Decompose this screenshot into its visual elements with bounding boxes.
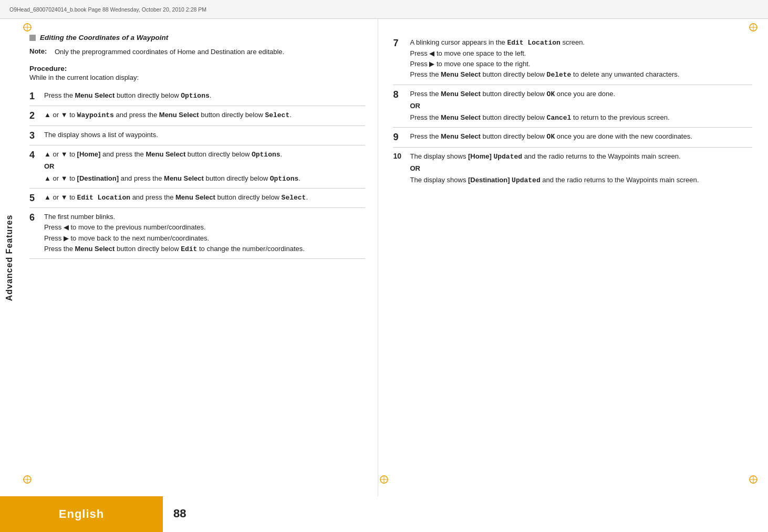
right-step-number-9: 9 [393,131,410,143]
step-text-1: Press the Menu Select button directly be… [44,90,365,101]
right-step-number-7: 7 [393,37,410,49]
note-block: Note: Only the preprogrammed coordinates… [29,47,365,57]
language-bar: English [0,496,163,532]
step-text-6: The first number blinks.Press ◀ to move … [44,212,365,255]
right-step-text-10: The display shows [Home] Updated and the… [410,151,752,186]
step-item-6: 6 The first number blinks.Press ◀ to mov… [29,208,365,258]
step-item-5: 5 ▲ or ▼ to Edit Location and press the … [29,189,365,208]
language-label: English [59,507,104,521]
step-item-1: 1 Press the Menu Select button directly … [29,87,365,107]
step-text-4: ▲ or ▼ to [Home] and press the Menu Sele… [44,149,365,184]
section-title-text: Editing the Coordinates of a Waypoint [40,34,168,41]
right-step-text-7: A blinking cursor appears in the Edit Lo… [410,37,752,81]
right-step-item-9: 9 Press the Menu Select button directly … [393,128,752,148]
note-text: Only the preprogrammed coordinates of Ho… [55,47,284,57]
right-step-text-9: Press the Menu Select button directly be… [410,131,752,142]
step-item-4: 4 ▲ or ▼ to [Home] and press the Menu Se… [29,145,365,188]
step-item-3: 3 The display shows a list of waypoints. [29,126,365,146]
step-number-5: 5 [29,192,44,204]
step-number-2: 2 [29,110,44,122]
step-text-2: ▲ or ▼ to Waypoints and press the Menu S… [44,110,365,121]
main-content: Editing the Coordinates of a Waypoint No… [19,19,768,496]
right-step-list: 7 A blinking cursor appears in the Edit … [393,34,752,190]
right-step-item-8: 8 Press the Menu Select button directly … [393,85,752,128]
right-step-number-8: 8 [393,89,410,101]
right-column: 7 A blinking cursor appears in the Edit … [378,19,768,496]
sidebar-label: Advanced Features [0,19,19,496]
left-column: Editing the Coordinates of a Waypoint No… [19,19,378,496]
right-step-number-10: 10 [393,151,410,161]
left-step-list: 1 Press the Menu Select button directly … [29,87,365,258]
section-title: Editing the Coordinates of a Waypoint [29,34,365,41]
page-number: 88 [173,507,186,520]
step-item-2: 2 ▲ or ▼ to Waypoints and press the Menu… [29,106,365,126]
step-text-5: ▲ or ▼ to Edit Location and press the Me… [44,192,365,203]
note-label: Note: [29,47,55,57]
section-icon [29,35,36,41]
sidebar-label-text: Advanced Features [5,214,14,301]
doc-info: O9Head_68007024014_b.book Page 88 Wednes… [9,6,206,13]
header-bar: O9Head_68007024014_b.book Page 88 Wednes… [0,0,768,19]
right-step-item-10: 10 The display shows [Home] Updated and … [393,148,752,190]
step-number-3: 3 [29,130,44,142]
procedure-heading: Procedure: [29,65,365,72]
right-step-item-7: 7 A blinking cursor appears in the Edit … [393,34,752,85]
step-number-6: 6 [29,212,44,224]
right-step-text-8: Press the Menu Select button directly be… [410,89,752,123]
step-number-4: 4 [29,149,44,161]
step-number-1: 1 [29,90,44,102]
step-text-3: The display shows a list of waypoints. [44,130,365,140]
procedure-intro: While in the current location display: [29,74,365,81]
